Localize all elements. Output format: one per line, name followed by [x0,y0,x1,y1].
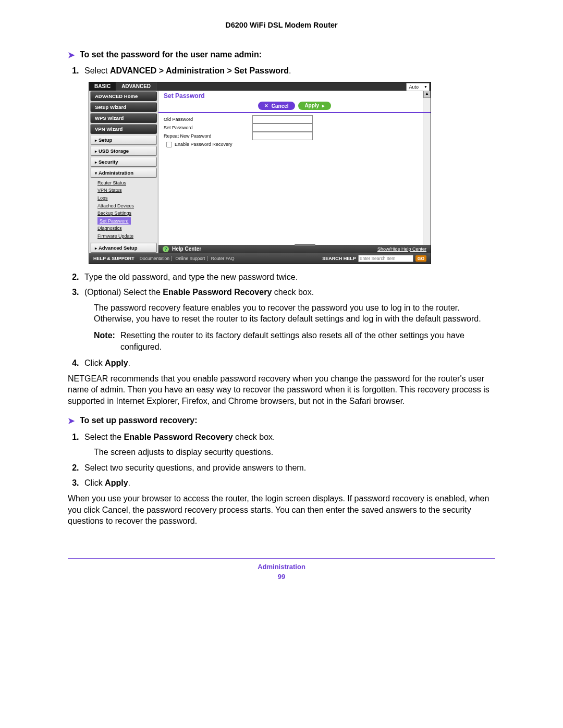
sidebar: ADVANCED Home Setup Wizard WPS Wizard VP… [89,91,158,253]
footer-rule [68,558,495,559]
footer-link-documentation[interactable]: Documentation [138,256,172,261]
help-center-bar[interactable]: ? Help Center Show/Hide Help Center [158,245,431,253]
procedure-title: To set the password for the user name ad… [80,50,262,59]
page-header: D6200 WiFi DSL Modem Router [68,21,495,29]
subnav-backup-settings[interactable]: Backup Settings [97,209,157,217]
step-4: Click Apply. [81,357,495,369]
recovery-step-3: Click Apply. [81,477,495,489]
paragraph-security-questions: The screen adjusts to display security q… [94,447,495,458]
label-old-password: Old Password [164,117,252,122]
recovery-step-1: Select the Enable Password Recovery chec… [81,431,495,443]
search-help-label: SEARCH HELP [322,256,356,261]
panel-title: Set Password [158,91,431,102]
repeat-password-input[interactable] [252,132,313,140]
apply-button[interactable]: Apply▸ [298,102,331,110]
subnav-set-password[interactable]: Set Password [97,217,131,225]
paragraph-netgear-recommendation: NETGEAR recommends that you enable passw… [68,373,495,407]
help-icon: ? [163,246,169,252]
nav-administration[interactable]: ▾Administration [90,168,157,178]
search-help-input[interactable] [358,255,413,262]
procedure-heading-password-recovery: ➤ To set up password recovery: [68,416,495,426]
new-password-input[interactable] [252,124,313,132]
nav-wps-wizard[interactable]: WPS Wizard [90,113,157,123]
tab-basic[interactable]: BASIC [89,82,116,91]
page-footer: Administration 99 [68,563,495,581]
subnav-firmware-update[interactable]: Firmware Update [97,232,157,240]
help-support-label: HELP & SUPPORT [93,256,134,261]
footer-link-router-faq[interactable]: Router FAQ [209,256,237,261]
step-3: (Optional) Select the Enable Password Re… [81,287,495,298]
help-center-label: Help Center [172,246,201,252]
footer-section-name: Administration [258,563,305,571]
nav-advanced-setup[interactable]: ▸Advanced Setup [90,243,157,253]
nav-setup-wizard[interactable]: Setup Wizard [90,102,157,112]
label-enable-recovery: Enable Password Recovery [175,142,263,147]
router-ui-screenshot: BASIC ADVANCED Auto ADVANCED Home Setup … [89,82,431,264]
enable-recovery-checkbox[interactable] [166,142,172,147]
nav-security[interactable]: ▸Security [90,157,157,167]
label-repeat-password: Repeat New Password [164,133,252,139]
subnav-attached-devices[interactable]: Attached Devices [97,202,157,210]
nav-vpn-wizard[interactable]: VPN Wizard [90,124,157,134]
cancel-button[interactable]: ✕Cancel [258,102,295,110]
recovery-step-2: Select two security questions, and provi… [81,462,495,474]
go-button[interactable]: GO [415,255,426,262]
paragraph-recovery-flow: When you use your browser to access the … [68,493,495,527]
help-toggle-link[interactable]: Show/Hide Help Center [377,246,426,252]
subnav-logs[interactable]: Logs [97,194,157,202]
arrow-right-icon: ▸ [322,103,325,108]
nav-usb-storage[interactable]: ▸USB Storage [90,146,157,156]
scrollbar[interactable]: ▲ [423,91,431,253]
subnav-vpn-status[interactable]: VPN Status [97,187,157,194]
old-password-input[interactable] [252,115,313,124]
nav-setup[interactable]: ▸Setup [90,135,157,145]
label-new-password: Set Password [164,125,252,130]
note-reset-warning: Note: Resetting the router to its factor… [94,330,495,352]
procedure-heading-set-password: ➤ To set the password for the user name … [68,50,495,60]
tab-advanced[interactable]: ADVANCED [116,82,156,91]
footer-page-number: 99 [68,573,495,581]
procedure-title: To set up password recovery: [80,416,198,425]
paragraph-recovery-explain: The password recovery feature enables yo… [94,302,495,325]
chevron-right-icon: ➤ [68,50,75,60]
footer-link-online-support[interactable]: Online Support [174,256,208,261]
nav-admin-submenu: Router Status VPN Status Logs Attached D… [90,178,157,242]
subnav-diagnostics[interactable]: Diagnostics [97,225,157,232]
drag-handle-icon[interactable] [295,244,315,246]
nav-advanced-home[interactable]: ADVANCED Home [90,91,157,101]
step-1: Select ADVANCED > Administration > Set P… [81,65,495,77]
chevron-right-icon: ➤ [68,416,75,426]
close-icon: ✕ [264,103,268,108]
language-select[interactable]: Auto [406,83,430,91]
step-2: Type the old password, and type the new … [81,272,495,283]
subnav-router-status[interactable]: Router Status [97,179,157,187]
